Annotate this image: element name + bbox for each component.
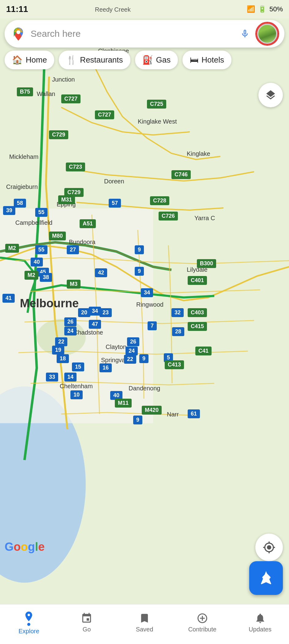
- road-badge-m31: M31: [58, 195, 75, 204]
- road-badge-47: 47: [89, 320, 101, 329]
- google-maps-logo: [11, 26, 26, 41]
- road-badge-26-2: 26: [127, 337, 139, 346]
- hotels-icon: 🛏: [190, 55, 198, 65]
- road-badge-34-2: 34: [89, 307, 101, 316]
- road-badge-22-1: 22: [55, 337, 67, 346]
- chip-home-label: Home: [26, 55, 47, 65]
- status-bar: 11:11 📶 🔋 50%: [0, 0, 289, 18]
- road-badge-23: 23: [99, 308, 112, 317]
- road-badge-a51: A51: [80, 219, 96, 228]
- gas-icon: ⛽: [142, 55, 153, 65]
- nav-updates-label: Updates: [249, 626, 272, 633]
- place-junction: Junction: [52, 76, 75, 83]
- road-badge-45: 45: [37, 268, 49, 277]
- place-bundoora: Bundoora: [69, 239, 96, 246]
- nav-contribute[interactable]: Contribute: [173, 612, 231, 633]
- layer-toggle-button[interactable]: [258, 83, 283, 107]
- road-badge-5: 5: [164, 353, 173, 362]
- road-badge-9-3: 9: [139, 354, 148, 363]
- road-badge-40-1: 40: [31, 258, 43, 266]
- road-badge-14: 14: [64, 373, 77, 381]
- road-badge-c725: C725: [147, 100, 166, 109]
- road-badge-c41: C41: [195, 347, 212, 355]
- road-badge-55-1: 55: [35, 208, 47, 217]
- chip-gas[interactable]: ⛽ Gas: [135, 51, 178, 69]
- road-badge-42: 42: [95, 268, 107, 277]
- place-kinglake: Kinglake: [187, 150, 210, 157]
- road-badge-39: 39: [3, 206, 15, 215]
- microphone-icon[interactable]: [238, 27, 252, 40]
- place-narr: Narr: [167, 411, 179, 418]
- nav-go[interactable]: Go: [58, 612, 116, 633]
- place-yarra: Yarra C: [194, 215, 215, 222]
- place-craigieburn: Craigieburn: [6, 183, 38, 190]
- search-placeholder[interactable]: Search here: [31, 29, 238, 39]
- place-epping: Epping: [57, 201, 76, 208]
- wifi-icon: 🔋: [258, 5, 266, 13]
- restaurants-icon: 🍴: [66, 55, 77, 65]
- road-badge-24-2: 24: [126, 347, 138, 355]
- place-lilydale: Lilydale: [187, 266, 208, 273]
- road-badge-m80: M80: [49, 232, 66, 240]
- home-icon: 🏠: [12, 55, 23, 65]
- road-badge-38: 38: [40, 273, 52, 282]
- place-clayton: Clayton: [106, 343, 126, 351]
- search-bar[interactable]: Search here: [5, 20, 284, 48]
- road-badge-m2-1: M2: [5, 244, 19, 253]
- road-badge-34-1: 34: [141, 288, 153, 297]
- road-badge-33: 33: [46, 373, 58, 381]
- road-badge-27: 27: [67, 245, 79, 254]
- road-badge-10: 10: [70, 390, 83, 399]
- road-badge-28: 28: [172, 327, 184, 336]
- bottom-nav: Explore Go Saved Contribute Updates: [0, 604, 289, 644]
- filter-chips: 🏠 Home 🍴 Restaurants ⛽ Gas 🛏 Hotels: [5, 51, 284, 69]
- place-doreen: Doreen: [104, 178, 124, 185]
- road-badge-9-1: 9: [135, 245, 144, 254]
- navigate-fab[interactable]: [249, 561, 283, 595]
- chip-hotels[interactable]: 🛏 Hotels: [182, 51, 231, 69]
- road-badge-m11: M11: [115, 399, 132, 408]
- road-badge-c726: C726: [159, 212, 178, 220]
- place-ringwood: Ringwood: [136, 301, 163, 308]
- road-badge-m2-2: M2: [24, 271, 38, 280]
- chip-restaurants-label: Restaurants: [80, 55, 123, 65]
- road-badge-b75: B75: [17, 87, 33, 96]
- road-badge-9-4: 9: [133, 416, 142, 424]
- chip-restaurants[interactable]: 🍴 Restaurants: [59, 51, 130, 69]
- road-badge-7: 7: [148, 321, 157, 330]
- status-icons: 📶 🔋 50%: [247, 5, 283, 13]
- explore-active-dot: [27, 623, 30, 626]
- place-mickleham: Mickleham: [9, 153, 39, 160]
- road-badge-20: 20: [78, 308, 90, 317]
- place-springvale: Springvale: [101, 357, 130, 364]
- road-badge-b300: B300: [197, 259, 216, 268]
- road-badge-c723: C723: [66, 163, 85, 171]
- nav-explore[interactable]: Explore: [0, 611, 58, 635]
- road-badge-41: 41: [2, 294, 15, 303]
- road-badge-24-1: 24: [64, 327, 77, 335]
- chip-home[interactable]: 🏠 Home: [5, 51, 54, 69]
- road-badge-26-1: 26: [64, 317, 77, 326]
- road-badge-16: 16: [99, 363, 112, 372]
- map-area[interactable]: Reedy Creek Clonbinane Junction Wallan K…: [0, 0, 289, 604]
- nav-updates[interactable]: Updates: [231, 612, 289, 633]
- road-badge-m3: M3: [67, 280, 81, 289]
- road-badge-c729-1: C729: [49, 130, 68, 139]
- place-melbourne: Melbourne: [20, 297, 79, 310]
- chip-gas-label: Gas: [156, 55, 171, 65]
- road-badge-c727-1: C727: [61, 94, 81, 103]
- place-campbellfield: Campbellfield: [15, 219, 52, 226]
- place-wallan: Wallan: [37, 90, 55, 98]
- avatar[interactable]: [256, 23, 278, 45]
- road-badge-19: 19: [52, 346, 64, 355]
- road-badge-c401: C401: [188, 276, 207, 285]
- location-button[interactable]: [255, 534, 283, 561]
- place-kinglake-west: Kinglake West: [138, 118, 177, 125]
- place-dandenong: Dandenong: [129, 385, 160, 392]
- road-badge-40-2: 40: [110, 391, 122, 400]
- nav-contribute-label: Contribute: [188, 626, 216, 633]
- google-logo: G o o g l e: [5, 540, 45, 554]
- road-badge-57: 57: [109, 199, 121, 208]
- nav-saved[interactable]: Saved: [116, 612, 174, 633]
- road-badge-55-2: 55: [35, 245, 47, 254]
